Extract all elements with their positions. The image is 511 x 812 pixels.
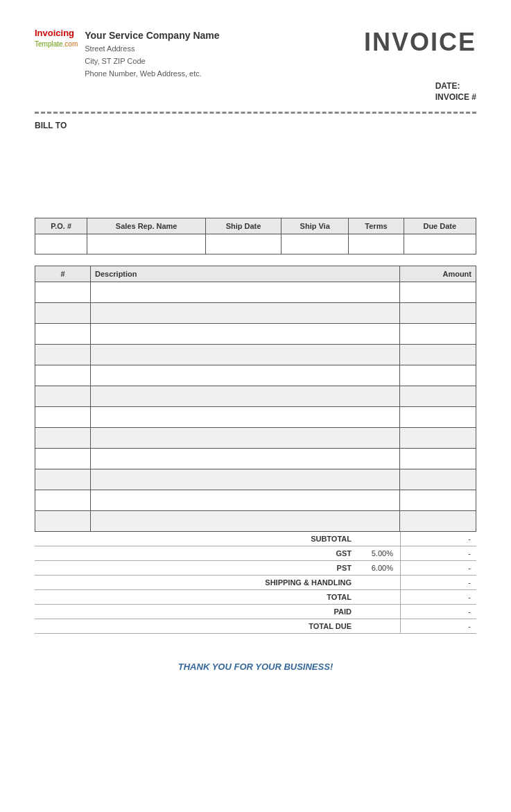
item-amt-cell [400, 490, 476, 511]
gst-row: GST 5.00% - [35, 546, 476, 561]
item-amt-cell [400, 469, 476, 490]
table-row [35, 407, 476, 428]
table-row [35, 303, 476, 324]
invoice-title: INVOICE [364, 28, 476, 57]
item-desc-cell [91, 282, 400, 303]
info-table-header-row: P.O. # Sales Rep. Name Ship Date Ship Vi… [35, 218, 476, 234]
paid-rate [358, 605, 400, 619]
logo-tmpl-text: Template [35, 40, 63, 48]
col-po-num: P.O. # [35, 218, 87, 234]
totals-section: SUBTOTAL - GST 5.00% - PST 6.00% - SHIPP… [35, 532, 476, 634]
logo-com-text: .com [63, 40, 78, 48]
table-row [35, 345, 476, 365]
item-desc-cell [91, 345, 400, 365]
item-desc-cell [91, 324, 400, 345]
subtotal-rate [358, 532, 400, 546]
table-row [35, 282, 476, 303]
table-row [35, 428, 476, 449]
logo-block: Invoicing Template.com [35, 28, 78, 49]
item-amt-cell [400, 365, 476, 386]
info-table-data-row [35, 234, 476, 254]
gst-rate: 5.00% [358, 546, 400, 560]
pst-row: PST 6.00% - [35, 561, 476, 576]
item-desc-cell [91, 428, 400, 449]
header-left: Invoicing Template.com Your Service Comp… [35, 28, 220, 80]
items-header-row: # Description Amount [35, 266, 476, 282]
total-value: - [400, 590, 476, 604]
terms-value [349, 234, 404, 254]
item-amt-cell [400, 449, 476, 469]
item-num-cell [35, 303, 91, 324]
total-due-value: - [400, 619, 476, 633]
item-amt-cell [400, 324, 476, 345]
col-ship-via: Ship Via [282, 218, 349, 234]
col-terms: Terms [349, 218, 404, 234]
col-sales-rep: Sales Rep. Name [87, 218, 205, 234]
item-desc-cell [91, 511, 400, 532]
shipping-label: SHIPPING & HANDLING [206, 576, 358, 589]
shipping-value: - [400, 576, 476, 589]
dashed-separator [35, 112, 476, 114]
item-amt-cell [400, 407, 476, 428]
company-info: Your Service Company Name Street Address… [85, 28, 219, 80]
pst-rate: 6.00% [358, 561, 400, 575]
col-item-desc: Description [91, 266, 400, 282]
date-invoice-block: DATE: INVOICE # [435, 81, 476, 102]
subtotal-value: - [400, 532, 476, 546]
logo-inv-text: Invoicing [35, 28, 74, 38]
item-amt-cell [400, 386, 476, 407]
table-row [35, 386, 476, 407]
item-num-cell [35, 449, 91, 469]
item-desc-cell [91, 386, 400, 407]
subtotal-label: SUBTOTAL [206, 532, 358, 546]
bill-to-label: BILL TO [35, 121, 476, 130]
col-ship-date: Ship Date [205, 218, 281, 234]
invoice-num-label: INVOICE # [435, 92, 476, 102]
pst-value: - [400, 561, 476, 575]
total-rate [358, 590, 400, 604]
item-num-cell [35, 365, 91, 386]
items-table: # Description Amount [35, 266, 476, 532]
info-table: P.O. # Sales Rep. Name Ship Date Ship Vi… [35, 218, 476, 254]
bill-to-content [35, 135, 476, 176]
item-num-cell [35, 490, 91, 511]
paid-label: PAID [206, 605, 358, 619]
total-label: TOTAL [206, 590, 358, 604]
po-num-value [35, 234, 87, 254]
item-num-cell [35, 282, 91, 303]
company-name: Your Service Company Name [85, 28, 219, 43]
ship-via-value [282, 234, 349, 254]
table-row [35, 469, 476, 490]
company-city: City, ST ZIP Code [85, 55, 219, 68]
table-row [35, 449, 476, 469]
item-desc-cell [91, 469, 400, 490]
thank-you-message: THANK YOU FOR YOUR BUSINESS! [35, 662, 476, 672]
header: Invoicing Template.com Your Service Comp… [35, 28, 476, 80]
item-num-cell [35, 428, 91, 449]
col-item-amt: Amount [400, 266, 476, 282]
col-due-date: Due Date [404, 218, 476, 234]
item-amt-cell [400, 345, 476, 365]
total-due-row: TOTAL DUE - [35, 619, 476, 634]
gst-value: - [400, 546, 476, 560]
shipping-row: SHIPPING & HANDLING - [35, 576, 476, 590]
due-date-value [404, 234, 476, 254]
paid-row: PAID - [35, 605, 476, 619]
pst-label: PST [206, 561, 358, 575]
bill-to-section: BILL TO [35, 121, 476, 176]
paid-value: - [400, 605, 476, 619]
item-desc-cell [91, 365, 400, 386]
total-row: TOTAL - [35, 590, 476, 605]
item-num-cell [35, 345, 91, 365]
table-row [35, 324, 476, 345]
item-amt-cell [400, 282, 476, 303]
table-row [35, 511, 476, 532]
item-desc-cell [91, 407, 400, 428]
logo-invoicing: Invoicing [35, 28, 78, 40]
table-row [35, 490, 476, 511]
item-num-cell [35, 511, 91, 532]
company-street: Street Address [85, 43, 219, 55]
item-num-cell [35, 386, 91, 407]
sales-rep-value [87, 234, 205, 254]
shipping-rate [358, 576, 400, 589]
